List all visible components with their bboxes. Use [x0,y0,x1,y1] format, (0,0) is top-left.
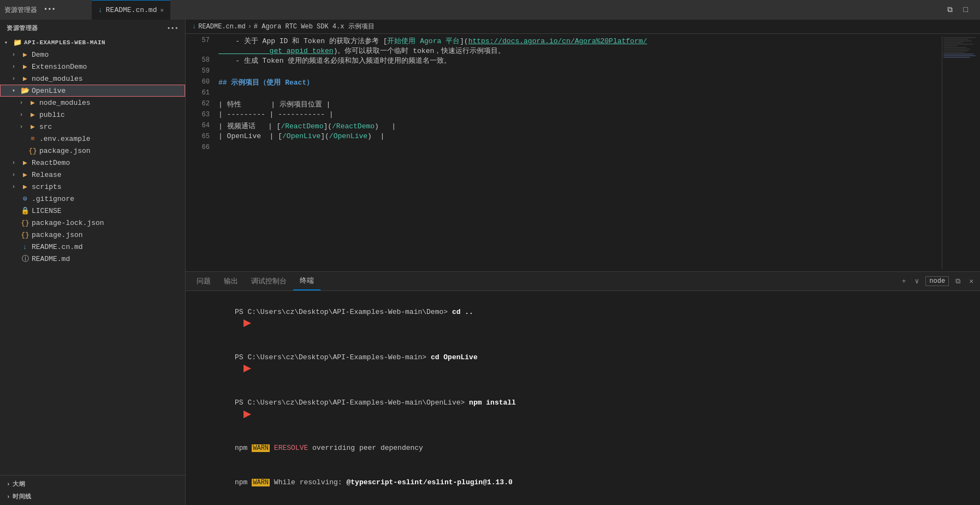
explorer-label: 资源管理器 [4,5,37,15]
terminal-line-3: PS C:\Users\cz\Desktop\API-Examples-Web-… [192,386,973,431]
sidebar-item-license[interactable]: › 🔒 LICENSE [0,205,185,217]
tab-problems-label: 问题 [197,276,211,286]
terminal-chevron-btn[interactable]: ∨ [913,276,922,287]
src-icon: ▶ [28,122,37,131]
lic-label: LICENSE [32,207,62,215]
line-content-61 [218,88,937,97]
line-num-61: 61 [190,88,210,97]
code-line-60: 60 ## 示例项目（使用 React） [186,78,942,88]
sidebar-item-package-lock[interactable]: › {} package-lock.json [0,217,185,229]
sidebar-item-readme-cn[interactable]: › ↓ README.cn.md [0,241,185,253]
tab-problems[interactable]: 问题 [190,272,217,290]
sidebar-item-gitignore[interactable]: › ⊙ .gitignore [0,193,185,205]
sidebar-item-node-modules-ol[interactable]: › ▶ node_modules [0,97,185,109]
root-arrow: ▾ [4,39,11,46]
terminal-panel: 问题 输出 调试控制台 终端 + ∨ node ⧉ ✕ [186,271,980,505]
minimap-content [942,36,980,60]
sidebar-item-release[interactable]: › ▶ Release [0,169,185,181]
t5-bold: @typescript-eslint/eslint-plugin@1.13.0 [346,478,512,486]
sidebar-more-icon[interactable]: ••• [167,25,179,32]
demo-arrow: › [12,52,19,58]
sidebar-item-public[interactable]: › ▶ public [0,109,185,121]
split-terminal-btn[interactable]: ⧉ [953,276,963,287]
outline-arrow: › [7,481,10,488]
sidebar-item-demo[interactable]: › ▶ Demo [0,49,185,61]
t2-text: PS C:\Users\cz\Desktop\API-Examples-Web-… [235,353,431,361]
arrow3 [243,411,251,418]
tab-readme-cn[interactable]: ↓ README.cn.md ✕ [92,0,170,20]
maximize-btn[interactable]: □ [960,4,971,15]
code-editor[interactable]: 57 - 关于 App ID 和 Token 的获取方法参考 [开始使用 Ago… [186,34,980,271]
sidebar-item-scripts[interactable]: › ▶ scripts [0,181,185,193]
close-terminal-btn[interactable]: ✕ [967,276,976,287]
sidebar-item-node-modules-root[interactable]: › ▶ node_modules [0,73,185,85]
sidebar-item-extensiondemo[interactable]: › ▶ ExtensionDemo [0,61,185,73]
tab-icon-md: ↓ [98,6,103,14]
public-icon: ▶ [28,110,37,119]
add-terminal-btn[interactable]: + [900,276,908,287]
breadcrumb-file[interactable]: README.cn.md [198,23,245,31]
sidebar-item-readme[interactable]: › ⓘ README.md [0,253,185,265]
pkg-root-label: package.json [32,231,83,239]
scripts-icon: ▶ [21,182,29,191]
breadcrumb-section[interactable]: # Agora RTC Web SDK 4.x 示例项目 [254,22,375,31]
sidebar-item-openlive[interactable]: ▾ 📂 OpenLive [0,85,185,97]
tab-debug-console[interactable]: 调试控制台 [245,272,293,290]
nm-root-arrow: › [12,76,19,82]
code-line-62: 62 | 特性 | 示例项目位置 | [186,99,942,110]
line-content-64: | 视频通话 | [/ReactDemo](/ReactDemo) | [218,121,937,131]
lock-icon: {} [21,219,29,227]
panel-right-controls: + ∨ node ⧉ ✕ [900,276,976,287]
public-label: public [39,111,65,119]
sidebar-item-reactdemo[interactable]: › ▶ ReactDemo [0,157,185,169]
title-bar: 资源管理器 ••• ↓ README.cn.md ✕ ⧉ □ [0,0,980,20]
panel-tabs: 问题 输出 调试控制台 终端 + ∨ node ⧉ ✕ [186,272,980,291]
sidebar-item-package-json-ol[interactable]: › {} package.json [0,145,185,157]
editor-area: ↓ README.cn.md › # Agora RTC Web SDK 4.x… [186,20,980,505]
line-content-57: - 关于 App ID 和 Token 的获取方法参考 [开始使用 Agora … [218,36,937,56]
src-arrow: › [20,124,26,130]
ext-label: ExtensionDemo [32,63,87,71]
tab-terminal-label: 终端 [300,276,314,286]
breadcrumb-icon-md: ↓ [192,23,196,31]
terminal-line-5: npm WARN While resolving: @typescript-es… [192,466,973,500]
t5-rest: While resolving: [270,478,346,486]
arrow1 [243,319,251,327]
terminal-content[interactable]: PS C:\Users\cz\Desktop\API-Examples-Web-… [186,291,980,505]
sidebar-item-env-example[interactable]: › ≡ .env.example [0,133,185,145]
scripts-label: scripts [32,183,62,191]
sidebar-item-src[interactable]: › ▶ src [0,121,185,133]
outline-label: 大纲 [13,480,25,488]
lock-label: package-lock.json [32,219,104,227]
line-num-59: 59 [190,67,210,75]
code-line-63: 63 | --------- | ----------- | [186,110,942,121]
rel-label: Release [32,171,62,179]
timeline-label: 时间线 [13,492,32,501]
split-editor-btn[interactable]: ⧉ [944,4,956,15]
t5-warn: WARN [252,479,270,486]
outline-section[interactable]: › 大纲 [0,478,185,490]
tab-output[interactable]: 输出 [217,272,245,290]
scripts-arrow: › [12,184,19,190]
nm-root-label: node_modules [32,75,83,83]
sidebar-item-package-json-root[interactable]: › {} package.json [0,229,185,241]
tab-close-btn[interactable]: ✕ [160,7,164,14]
tab-terminal[interactable]: 终端 [293,272,320,290]
line-num-64: 64 [190,121,210,129]
nm-ol-icon: ▶ [28,98,37,107]
sidebar-root[interactable]: ▾ 📁 API-EXAMPLES-WEB-MAIN [0,37,185,49]
git-icon: ⊙ [21,194,29,203]
readme-cn-label: README.cn.md [32,243,83,251]
line-content-63: | --------- | ----------- | [218,110,937,118]
code-line-57: 57 - 关于 App ID 和 Token 的获取方法参考 [开始使用 Ago… [186,36,942,56]
ext-folder-icon: ▶ [21,62,29,71]
line-content-58: - 生成 Token 使用的频道名必须和加入频道时使用的频道名一致。 [218,56,937,66]
more-icon[interactable]: ••• [44,6,56,14]
env-icon: ≡ [28,135,37,143]
t3-cmd: npm install [469,399,516,407]
sidebar: 资源管理器 ••• ▾ 📁 API-EXAMPLES-WEB-MAIN › ▶ … [0,20,186,505]
root-folder-icon: 📁 [13,38,22,47]
readme-icon: ⓘ [21,254,29,264]
sidebar-bottom: › 大纲 › 时间线 [0,475,185,505]
timeline-section[interactable]: › 时间线 [0,490,185,503]
